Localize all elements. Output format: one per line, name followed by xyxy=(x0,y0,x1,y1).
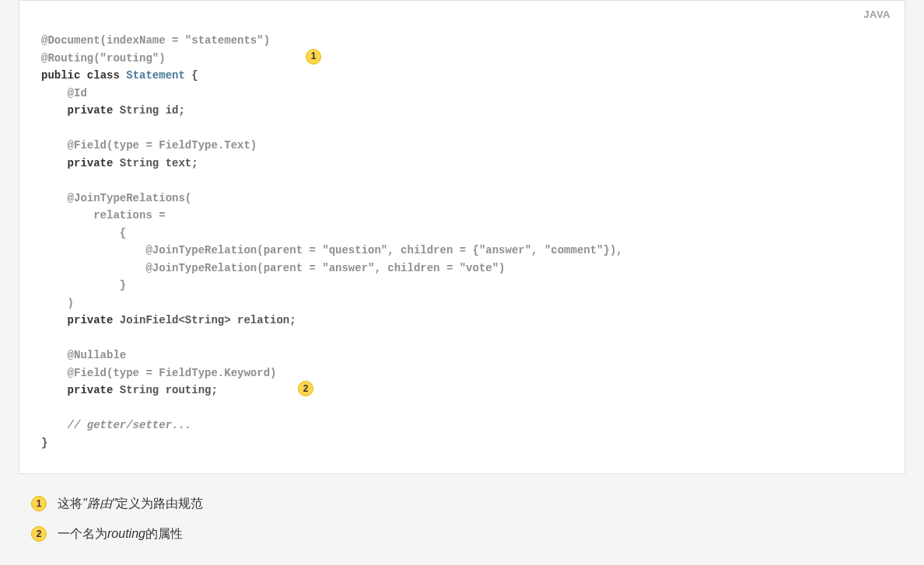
code-block: JAVA @Document(indexName = "statements")… xyxy=(19,0,905,474)
callout-list: 1 这将"路由"定义为路由规范 2 一个名为routing的属性 xyxy=(31,496,893,542)
code-token: JoinField<String> relation; xyxy=(113,314,296,326)
code-token: private xyxy=(68,384,114,396)
code-token: String id; xyxy=(113,104,184,117)
callout-text: 一个名为routing的属性 xyxy=(58,526,183,542)
code-token: { xyxy=(185,69,198,82)
code-token: String routing; xyxy=(113,384,217,396)
code-token: @JoinTypeRelation(parent = "answer", chi… xyxy=(41,262,506,274)
code-content: @Document(indexName = "statements")@Rout… xyxy=(41,32,883,452)
code-token: private xyxy=(68,104,114,117)
code-token: @Routing("routing") xyxy=(41,52,166,65)
callout-item-1: 1 这将"路由"定义为路由规范 xyxy=(31,496,893,512)
code-token: private xyxy=(68,314,114,326)
callout-badge: 1 xyxy=(31,496,47,511)
code-token: relations = xyxy=(41,209,166,221)
code-token: class xyxy=(87,69,120,82)
callout-marker-1: 1 xyxy=(306,49,321,65)
callout-item-2: 2 一个名为routing的属性 xyxy=(31,526,893,542)
code-token: @Id xyxy=(41,87,87,99)
callout-marker-2: 2 xyxy=(298,381,313,396)
code-token: } xyxy=(41,279,126,291)
code-token: String text; xyxy=(113,157,198,169)
code-token: @Document(indexName = "statements") xyxy=(41,34,270,47)
callout-badge: 2 xyxy=(31,526,47,542)
code-token: @Nullable xyxy=(41,349,126,361)
code-token: @JoinTypeRelation(parent = "question", c… xyxy=(41,244,623,256)
code-token: // getter/setter... xyxy=(41,419,191,431)
code-token: { xyxy=(41,227,126,239)
code-token: ) xyxy=(41,297,74,309)
code-token: Statement xyxy=(126,69,185,82)
code-token: public xyxy=(41,69,80,82)
code-token: @Field(type = FieldType.Text) xyxy=(41,139,257,152)
code-token: @Field(type = FieldType.Keyword) xyxy=(41,367,276,379)
callout-text: 这将"路由"定义为路由规范 xyxy=(58,496,203,512)
code-token: } xyxy=(41,437,47,449)
code-token: @JoinTypeRelations( xyxy=(41,192,191,204)
code-token: private xyxy=(68,157,114,169)
language-badge: JAVA xyxy=(863,9,891,20)
